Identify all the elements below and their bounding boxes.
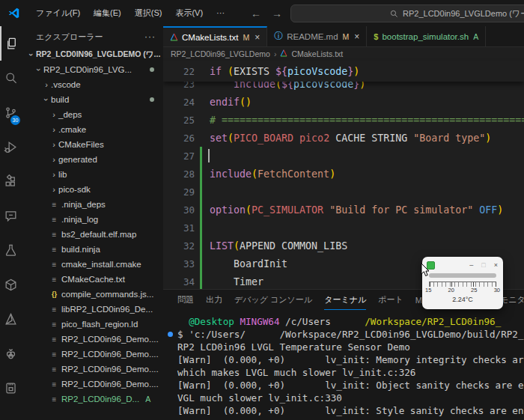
activity-extensions-icon[interactable] xyxy=(0,164,21,198)
tree-item[interactable]: ›.cmake xyxy=(21,122,163,137)
activity-testing-icon[interactable] xyxy=(0,233,21,267)
menu-item[interactable]: 表示(V) xyxy=(168,0,210,26)
tree-item[interactable]: ≡RP2_LCD0in96_D...A xyxy=(21,392,163,407)
maximize-icon[interactable]: □ xyxy=(481,261,485,269)
code-line[interactable]: 26set(PICO_BOARD pico2 CACHE STRING "Boa… xyxy=(163,129,524,147)
tree-item[interactable]: ≡bs2_default.elf.map xyxy=(21,227,163,242)
close-icon[interactable]: × xyxy=(354,31,359,42)
menu-item[interactable]: ファイル(F) xyxy=(29,0,87,26)
terminal-token: $ 'c:/Users/ xyxy=(177,329,246,340)
tree-item[interactable]: ≡CMakeCache.txt xyxy=(21,272,163,287)
close-icon[interactable]: × xyxy=(494,261,498,269)
panel-tab-item[interactable]: ポート xyxy=(378,290,403,309)
tree-item[interactable]: ›lib xyxy=(21,167,163,182)
editor-tab[interactable]: ⓘREADME.mdM× xyxy=(267,26,367,46)
code-line[interactable]: 27 xyxy=(163,147,524,165)
tick-label: 30 xyxy=(494,287,500,293)
sticky-scroll-line[interactable]: 22if (EXISTS ${picoVscode}) xyxy=(163,61,524,82)
tree-item[interactable]: ≡RP2_LCD0in96_Demo.... xyxy=(21,332,163,347)
code-token xyxy=(222,66,228,77)
tree-item[interactable]: ≡build.ninja xyxy=(21,242,163,257)
tree-item[interactable]: ≡RP2_LCD0in96_Demo.... xyxy=(21,362,163,377)
panel-tab-item[interactable]: デバッグ コンソール xyxy=(234,290,312,309)
minimize-icon[interactable]: – xyxy=(469,261,473,269)
activity-run-debug-icon[interactable] xyxy=(0,130,21,164)
breadcrumb[interactable]: RP2_LCD0in96_LVGLDemo › CMakeLists.txt xyxy=(163,46,524,61)
code-token: FetchContent xyxy=(258,168,329,180)
file-icon: ≡ xyxy=(49,320,59,329)
tree-item[interactable]: ≡.ninja_deps xyxy=(21,197,163,212)
terminal-output[interactable]: @Desktop MINGW64 /c/Users /Workspace/RP2… xyxy=(163,315,524,420)
menu-item[interactable]: ··· xyxy=(210,0,231,26)
close-icon[interactable]: × xyxy=(255,32,260,43)
tree-item[interactable]: ≡RP2_LCD0in96_Demo.... xyxy=(21,347,163,362)
tree-item[interactable]: ≡RP2_LCD0in96_Demo.... xyxy=(21,377,163,392)
forward-icon[interactable]: → xyxy=(272,7,282,19)
tree-item[interactable]: ›generated xyxy=(21,152,163,167)
code-token: if xyxy=(210,66,222,77)
editor-tab[interactable]: $bootstrap_simulator.shA xyxy=(367,26,486,46)
tree-item[interactable]: ≡pico_flash_region.ld xyxy=(21,317,163,332)
tree-item-label: pico-sdk xyxy=(58,185,91,194)
code-line[interactable]: 28include(FetchContent) xyxy=(163,165,524,183)
code-line[interactable]: 24endif() xyxy=(163,93,524,111)
activity-cmake-icon[interactable] xyxy=(0,302,21,336)
code-line-text: # ======================================… xyxy=(210,115,524,126)
code-line[interactable]: 29 xyxy=(163,183,524,201)
activity-explorer-icon[interactable] xyxy=(0,26,21,61)
tree-item[interactable]: ›CMakeFiles xyxy=(21,137,163,152)
tree-item[interactable]: ›RP2_LCD0in96_LVG... xyxy=(21,62,163,77)
activity-bar: 30 xyxy=(0,26,22,420)
activity-search-icon[interactable] xyxy=(0,61,21,95)
panel-tab-item[interactable]: 問題 xyxy=(177,290,194,309)
editor-tab[interactable]: CMakeLists.txtM× xyxy=(163,26,267,46)
simulator-window[interactable]: – □ × 15202530 2.24°C xyxy=(422,257,503,309)
breadcrumb-project[interactable]: RP2_LCD0in96_LVGLDemo xyxy=(171,49,270,58)
tab-label: bootstrap_simulator.sh xyxy=(382,32,469,41)
tree-item-label: .ninja_deps xyxy=(61,200,106,209)
code-line-text: include(FetchContent) xyxy=(210,168,335,180)
tree-item[interactable]: ›_deps xyxy=(21,107,163,122)
panel-tab-active[interactable]: ターミナル xyxy=(324,290,366,310)
file-icon: ≡ xyxy=(49,305,59,314)
tree-item[interactable]: ›build xyxy=(21,92,163,107)
code-line[interactable]: 31 xyxy=(163,219,524,237)
line-number: 26 xyxy=(163,133,195,144)
more-actions-icon[interactable]: ··· xyxy=(144,31,156,42)
tree-item-label: RP2_LCD0in96_D... xyxy=(61,395,139,404)
panel-tab-item[interactable]: 出力 xyxy=(206,290,222,309)
code-line-text: LIST(APPEND COMMON_LIBS xyxy=(210,240,347,252)
code-line-text: if (EXISTS ${picoVscode}) xyxy=(210,66,359,77)
menu-item[interactable]: 選択(S) xyxy=(128,0,169,26)
code-line[interactable]: 30option(PC_SIMULATOR "Build for PC simu… xyxy=(163,201,524,219)
line-number: 29 xyxy=(163,186,195,198)
history-arrows: ← → xyxy=(251,7,282,19)
tree-item[interactable]: {}compile_commands.js... xyxy=(21,287,163,302)
activity-raspberry-pi-icon[interactable] xyxy=(0,336,21,371)
activity-source-control-icon[interactable]: 30 xyxy=(0,95,21,130)
tick-label: 25 xyxy=(471,287,477,293)
temperature-slider[interactable] xyxy=(429,273,496,278)
vscode-logo-icon xyxy=(7,7,20,19)
tree-item[interactable]: ≡.ninja_log xyxy=(21,212,163,227)
simulator-title-bar[interactable]: – □ × xyxy=(422,257,503,271)
tree-item[interactable]: ≡libRP2_LCD0in96_De... xyxy=(21,302,163,317)
tick-label: 15 xyxy=(425,287,431,293)
activity-chat-icon[interactable] xyxy=(0,198,21,233)
activity-package-icon[interactable] xyxy=(0,267,21,302)
back-icon[interactable]: ← xyxy=(251,7,261,19)
tree-item[interactable]: ›pico-sdk xyxy=(21,182,163,197)
menu-item[interactable]: 編集(E) xyxy=(87,0,128,26)
code-line[interactable]: 32LIST(APPEND COMMON_LIBS xyxy=(163,237,524,255)
tree-item[interactable]: ›RP2_LCD0IN96_LVGLDEMO (ワ... xyxy=(21,47,163,62)
activity-memory-icon[interactable] xyxy=(0,371,21,405)
command-decoration-dot[interactable] xyxy=(168,332,173,337)
file-icon: ≡ xyxy=(49,395,59,404)
tree-item[interactable]: ›.vscode xyxy=(21,77,163,92)
code-line[interactable]: 25# ====================================… xyxy=(163,111,524,129)
breadcrumb-file[interactable]: CMakeLists.txt xyxy=(291,49,343,58)
code-token: () xyxy=(240,97,252,108)
tree-item[interactable]: ≡cmake_install.cmake xyxy=(21,257,163,272)
command-center-search[interactable]: RP2_LCD0in96_LVGLDemo (ワークス xyxy=(290,4,524,22)
tree-item-label: RP2_LCD0in96_LVG... xyxy=(43,65,132,74)
